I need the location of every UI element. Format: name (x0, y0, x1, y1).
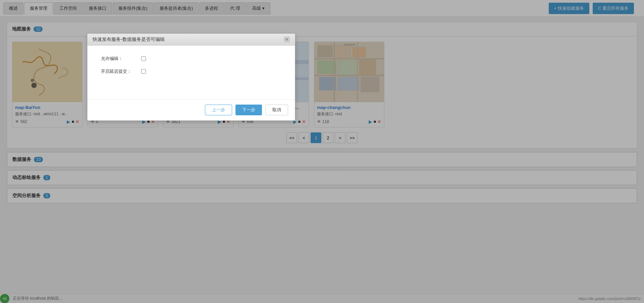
modal-overlay: 快速发布服务-数据服务是否可编辑 ✕ 允许编辑： 开启延迟提交： 上一步 下一步… (0, 0, 644, 303)
modal-close-button[interactable]: ✕ (284, 37, 290, 43)
modal-body: 允许编辑： 开启延迟提交： (88, 46, 295, 99)
delay-submit-label: 开启延迟提交： (101, 68, 141, 74)
modal-dialog: 快速发布服务-数据服务是否可编辑 ✕ 允许编辑： 开启延迟提交： 上一步 下一步… (87, 34, 295, 121)
next-step-button[interactable]: 下一步 (235, 105, 262, 115)
modal-title: 快速发布服务-数据服务是否可编辑 (93, 37, 165, 43)
delay-submit-checkbox[interactable] (141, 69, 146, 74)
prev-step-button[interactable]: 上一步 (205, 105, 232, 115)
delay-submit-row: 开启延迟提交： (101, 68, 281, 74)
allow-edit-row: 允许编辑： (101, 56, 281, 62)
cancel-button[interactable]: 取消 (265, 105, 288, 115)
allow-edit-label: 允许编辑： (101, 56, 141, 62)
modal-footer: 上一步 下一步 取消 (88, 99, 295, 120)
allow-edit-checkbox[interactable] (141, 56, 146, 61)
modal-header: 快速发布服务-数据服务是否可编辑 ✕ (88, 34, 295, 46)
